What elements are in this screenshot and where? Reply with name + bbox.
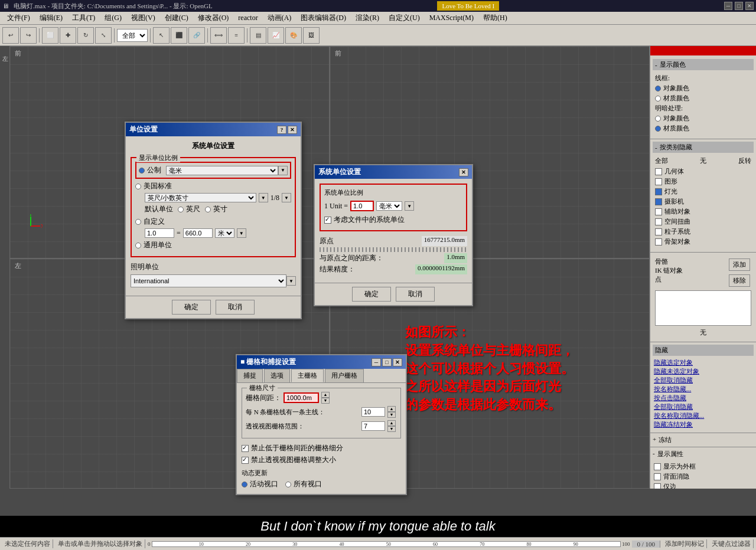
perspective-down[interactable]: ▼ — [387, 426, 396, 432]
spacewarp-check[interactable]: 空间扭曲 — [655, 217, 751, 226]
view-mode-dropdown[interactable]: 全部 — [117, 29, 148, 42]
unit-dialog-help[interactable]: ? — [277, 126, 286, 134]
metric-radio-container[interactable]: 公制 — [139, 165, 161, 175]
hide-selected-link[interactable]: 隐藏选定对象 — [654, 358, 752, 367]
unit-dialog-buttons[interactable]: ? ✕ — [277, 126, 297, 134]
hide-category-header[interactable]: - 按类别隐藏 — [653, 142, 754, 153]
us-radio-container[interactable]: 美国标准 — [135, 181, 291, 191]
window-controls[interactable]: ─ □ ✕ — [724, 2, 754, 10]
menu-customize[interactable]: 自定义(U) — [384, 12, 425, 24]
minimize-button[interactable]: ─ — [724, 2, 732, 10]
remove-button[interactable]: 移除 — [729, 274, 750, 287]
backface-checkbox[interactable] — [654, 473, 661, 480]
bbox-checkbox[interactable] — [654, 463, 661, 470]
feet-radio-container[interactable]: 英尺 — [178, 204, 200, 214]
metric-radio[interactable] — [139, 168, 145, 173]
display-color-header[interactable]: - 显示颜色 — [653, 59, 754, 70]
camera-check[interactable]: 摄影机 — [655, 197, 751, 206]
hide-unselected-link[interactable]: 隐藏未选定对象 — [654, 367, 752, 376]
custom-value1[interactable] — [145, 228, 174, 238]
select-region[interactable]: ⬛ — [171, 27, 187, 44]
menu-render[interactable]: 渲染(R) — [351, 12, 384, 24]
snap-toggle[interactable]: 🔗 — [188, 27, 205, 44]
custom-radio-container[interactable]: 自定义 — [135, 217, 291, 227]
light-check[interactable]: 灯光 — [655, 187, 751, 196]
wireframe-opt1-radio[interactable] — [655, 86, 661, 91]
hide-frozen-link[interactable]: 隐藏冻结对象 — [654, 420, 752, 429]
perspective-up[interactable]: ▲ — [387, 420, 396, 426]
helper-check[interactable]: 辅助对象 — [655, 207, 751, 216]
menu-tools[interactable]: 工具(T) — [67, 12, 100, 24]
wireframe-opt1-row[interactable]: 对象颜色 — [655, 84, 751, 93]
major-lines-up[interactable]: ▲ — [387, 406, 396, 412]
render-button[interactable]: 🖼 — [303, 27, 320, 44]
check2-row[interactable]: 禁止透视视图栅格调整大小 — [242, 455, 401, 465]
generic-radio-container[interactable]: 通用单位 — [135, 240, 291, 250]
bone-check[interactable]: 骨架对象 — [655, 237, 751, 246]
major-lines-down[interactable]: ▼ — [387, 412, 396, 418]
metric-dropdown-arrow[interactable]: ▼ — [278, 166, 288, 175]
select-arrow[interactable]: ↖ — [153, 27, 170, 44]
menu-group[interactable]: 组(G) — [100, 12, 126, 24]
menu-modifier[interactable]: 修改器(O) — [193, 12, 234, 24]
grid-dialog-min[interactable]: ─ — [372, 358, 381, 366]
close-button[interactable]: ✕ — [745, 2, 754, 10]
active-viewport-container[interactable]: 活动视口 — [242, 479, 278, 489]
hide-by-name-link[interactable]: 按名称隐藏... — [654, 385, 752, 394]
menu-create[interactable]: 创建(C) — [160, 12, 193, 24]
helper-checkbox[interactable] — [655, 208, 662, 215]
generic-radio[interactable] — [135, 243, 141, 248]
unit-ok-button[interactable]: 确定 — [172, 300, 211, 315]
hide-by-click-link[interactable]: 按点击隐藏 — [654, 394, 752, 402]
shading-opt1-radio[interactable] — [655, 116, 661, 122]
grid-dialog-max[interactable]: □ — [382, 358, 392, 366]
inches-radio[interactable] — [205, 207, 211, 212]
sys-unit-ok-button[interactable]: 确定 — [352, 287, 391, 302]
us-unit-select[interactable]: 英尺/小数英寸 — [145, 193, 256, 202]
tab-snap[interactable]: 捕捉 — [237, 369, 263, 382]
wireframe-opt2-row[interactable]: 材质颜色 — [655, 94, 751, 103]
menu-edit[interactable]: 编辑(E) — [35, 12, 67, 24]
all-viewports-radio[interactable] — [285, 482, 291, 487]
menu-graph-editor[interactable]: 图表编辑器(D) — [296, 12, 351, 24]
perspective-spinner[interactable]: ▲ ▼ — [387, 420, 397, 432]
check1-row[interactable]: 禁止低于栅格间距的栅格细分 — [242, 443, 401, 453]
undo-button[interactable]: ↩ — [2, 27, 19, 44]
light-checkbox[interactable] — [655, 188, 662, 195]
unhide-all-link2[interactable]: 全部取消隐藏 — [654, 402, 752, 411]
custom-value2[interactable] — [183, 228, 213, 238]
consider-checkbox[interactable] — [324, 217, 331, 224]
track-view-button[interactable]: 📈 — [268, 27, 284, 44]
particle-checkbox[interactable] — [655, 228, 662, 235]
check1-checkbox[interactable] — [242, 445, 249, 452]
grid-dialog-buttons[interactable]: ─ □ ✕ — [372, 358, 402, 366]
geometry-check[interactable]: 几何体 — [655, 167, 751, 176]
sys-unit-dialog-close[interactable]: ✕ — [459, 168, 468, 176]
menu-view[interactable]: 视图(V) — [126, 12, 160, 24]
us-fraction-arrow[interactable]: ▼ — [282, 193, 291, 202]
tab-main-grid[interactable]: 主栅格 — [291, 369, 324, 382]
edges-check[interactable]: 仅边 — [654, 482, 752, 489]
grid-dialog-close[interactable]: ✕ — [393, 358, 402, 366]
edges-checkbox[interactable] — [654, 483, 661, 489]
us-dropdown-arrow[interactable]: ▼ — [259, 193, 268, 202]
tab-options[interactable]: 选项 — [264, 369, 290, 382]
spacewarp-checkbox[interactable] — [655, 218, 662, 225]
shape-checkbox[interactable] — [655, 178, 662, 185]
layer-button[interactable]: ▤ — [250, 27, 266, 44]
menu-file[interactable]: 文件(F) — [2, 12, 35, 24]
feet-radio[interactable] — [178, 207, 184, 212]
bone-buttons[interactable]: 添加 移除 — [728, 257, 751, 288]
backface-check[interactable]: 背面消隐 — [654, 472, 752, 481]
hide-header[interactable]: 隐藏 — [653, 345, 754, 356]
us-standard-radio[interactable] — [135, 184, 141, 189]
sys-unit-dialog-buttons[interactable]: ✕ — [459, 168, 468, 176]
active-viewport-radio[interactable] — [242, 482, 247, 487]
align-button[interactable]: ≡ — [228, 27, 245, 44]
check2-checkbox[interactable] — [242, 457, 249, 464]
bbox-check[interactable]: 显示为外框 — [654, 462, 752, 471]
major-lines-spinner[interactable]: ▲ ▼ — [387, 406, 397, 418]
grid-spacing-up[interactable]: ▲ — [321, 392, 330, 398]
camera-checkbox[interactable] — [655, 198, 662, 205]
unit-cancel-button[interactable]: 取消 — [216, 300, 255, 315]
